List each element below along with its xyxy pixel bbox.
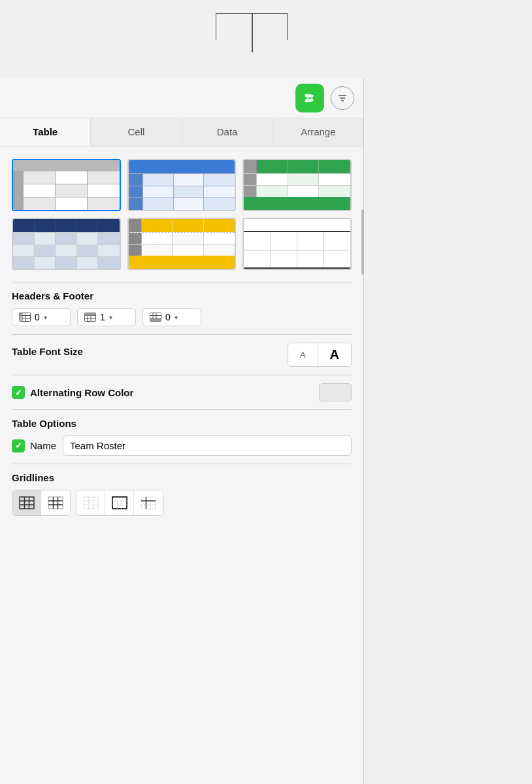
gridlines-custom-button[interactable] xyxy=(134,490,163,515)
alternating-row-left: Alternating Row Color xyxy=(12,386,133,399)
alternating-row-color-swatch[interactable] xyxy=(319,383,352,401)
gridlines-group-2 xyxy=(76,490,163,516)
divider-3 xyxy=(12,375,352,375)
svg-point-2 xyxy=(305,99,308,103)
gridlines-label: Gridlines xyxy=(12,472,352,483)
divider-2 xyxy=(12,334,352,335)
footer-dropdown[interactable]: 0 ▾ xyxy=(142,308,201,326)
font-decrease-button[interactable]: A xyxy=(288,343,318,366)
alternating-row-section: Alternating Row Color xyxy=(12,383,352,401)
footer-value: 0 xyxy=(165,312,171,322)
row-header-icon xyxy=(19,313,31,322)
table-name-input[interactable] xyxy=(63,435,352,456)
inner-borders-icon xyxy=(48,496,63,509)
gridlines-group-1 xyxy=(12,490,71,516)
toolbar-row xyxy=(0,78,363,118)
alternating-row-checkbox[interactable] xyxy=(12,386,25,399)
custom-borders-icon xyxy=(141,496,156,509)
svg-rect-12 xyxy=(20,313,23,316)
svg-rect-32 xyxy=(48,497,63,509)
connector-vertical xyxy=(252,13,253,52)
footer-chevron: ▾ xyxy=(175,314,178,321)
tab-data[interactable]: Data xyxy=(182,118,273,146)
filter-sort-button[interactable] xyxy=(331,86,354,110)
row-headers-dropdown[interactable]: 0 ▾ xyxy=(12,308,71,326)
table-style-4[interactable] xyxy=(12,218,121,270)
gridlines-row xyxy=(12,490,352,516)
headers-footer-label: Headers & Footer xyxy=(12,290,352,301)
alternating-row-label: Alternating Row Color xyxy=(30,387,133,398)
table-style-6[interactable] xyxy=(242,218,352,270)
svg-rect-14 xyxy=(20,318,23,322)
svg-rect-47 xyxy=(141,497,156,509)
font-decrease-label: A xyxy=(300,350,306,360)
tab-table[interactable]: Table xyxy=(0,118,91,146)
col-headers-chevron: ▾ xyxy=(109,314,112,321)
gridlines-outer-button[interactable] xyxy=(105,490,134,515)
footer-icon xyxy=(150,313,161,322)
tab-cell[interactable]: Cell xyxy=(91,118,182,146)
svg-rect-20 xyxy=(85,313,96,316)
row-headers-chevron: ▾ xyxy=(44,314,47,321)
name-checkbox-group: Name xyxy=(12,439,56,452)
gridlines-all-button[interactable] xyxy=(12,490,41,515)
inspector-panel: Table Cell Data Arrange xyxy=(0,78,364,784)
font-size-section: Table Font Size A A xyxy=(12,343,352,367)
svg-point-1 xyxy=(305,94,308,97)
table-style-5[interactable] xyxy=(127,218,237,270)
row-headers-value: 0 xyxy=(35,312,40,322)
svg-point-0 xyxy=(301,90,318,107)
tabs-row: Table Cell Data Arrange xyxy=(0,118,363,147)
divider-5 xyxy=(12,464,352,464)
app-icon xyxy=(295,84,324,112)
divider-4 xyxy=(12,409,352,410)
table-name-label: Name xyxy=(30,440,56,451)
table-name-checkbox[interactable] xyxy=(12,439,25,452)
font-size-label: Table Font Size xyxy=(12,346,83,357)
col-header-icon xyxy=(84,313,96,322)
svg-rect-13 xyxy=(20,316,23,319)
font-increase-label: A xyxy=(330,347,339,362)
table-style-1[interactable] xyxy=(12,159,121,211)
gridlines-inner-button[interactable] xyxy=(41,490,70,515)
headers-footer-controls: 0 ▾ 1 ▾ xyxy=(12,308,352,326)
svg-rect-37 xyxy=(84,497,98,509)
svg-rect-42 xyxy=(112,497,127,509)
table-style-3[interactable] xyxy=(242,159,352,211)
svg-rect-26 xyxy=(150,318,161,322)
tab-arrange[interactable]: Arrange xyxy=(273,118,363,146)
table-options-section: Table Options Name xyxy=(12,418,352,456)
table-options-label: Table Options xyxy=(12,418,352,429)
col-headers-value: 1 xyxy=(100,312,105,322)
divider-1 xyxy=(12,282,352,282)
table-style-2[interactable] xyxy=(127,159,237,211)
gridlines-section: Gridlines xyxy=(12,472,352,516)
no-borders-icon xyxy=(83,496,99,509)
table-options-row: Name xyxy=(12,435,352,456)
all-borders-icon xyxy=(19,496,35,509)
panel-content: Headers & Footer 0 ▾ xyxy=(0,147,363,528)
gridlines-none-button[interactable] xyxy=(76,490,105,515)
col-headers-dropdown[interactable]: 1 ▾ xyxy=(77,308,136,326)
font-size-controls: A A xyxy=(288,343,352,367)
font-increase-button[interactable]: A xyxy=(318,343,351,366)
resize-handle[interactable] xyxy=(361,209,364,275)
headers-footer-section: Headers & Footer 0 ▾ xyxy=(12,290,352,326)
outer-border-icon xyxy=(112,496,127,509)
svg-rect-27 xyxy=(20,497,34,509)
table-styles-grid xyxy=(12,159,352,270)
